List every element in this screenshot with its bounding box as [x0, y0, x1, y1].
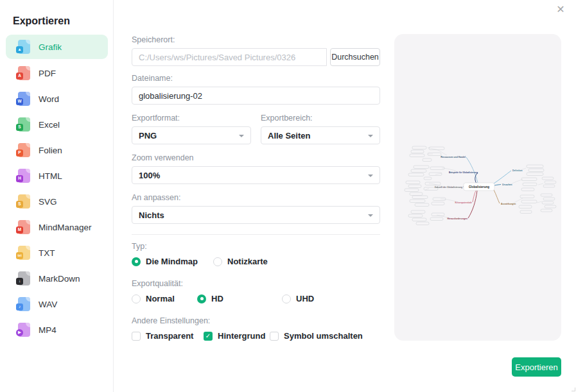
html-file-icon: H [18, 169, 30, 183]
zoom-select[interactable]: 100% [132, 166, 380, 184]
other-settings-label: Andere Einstellungen: [132, 316, 380, 325]
dialog-title: Exportieren [13, 15, 70, 27]
mindmanager-file-icon: M [18, 220, 30, 234]
radio-uhd[interactable]: UHD [282, 294, 314, 303]
mindmap-center-label: Globalisierung [469, 185, 489, 189]
sidebar-item-excel[interactable]: S Excel [0, 112, 114, 137]
export-range-label: Exportbereich: [261, 114, 380, 123]
export-quality-label: Exportqualität: [132, 279, 380, 288]
sidebar-item-mindmanager[interactable]: M MindManager [0, 214, 114, 240]
type-label: Typ: [132, 242, 380, 251]
chevron-down-icon [368, 175, 373, 177]
export-format-sidebar: Exportieren ▲ Grafik A PDF W Word S Exce… [0, 0, 114, 392]
sidebar-item-grafik[interactable]: ▲ Grafik [6, 35, 108, 59]
mindmap-branch: Definition [512, 169, 523, 172]
sidebar-item-folien[interactable]: P Folien [0, 137, 114, 163]
filename-input[interactable]: globalisierung-02 [132, 87, 380, 105]
radio-off-icon [132, 294, 141, 303]
zoom-label: Zoom verwenden [132, 153, 380, 162]
image-file-icon: ▲ [18, 40, 30, 54]
browse-button[interactable]: Durchsuchen [330, 48, 380, 66]
export-format-label: Exportformat: [132, 114, 251, 123]
slides-file-icon: P [18, 143, 30, 157]
chevron-down-icon [368, 214, 373, 217]
chevron-down-icon [368, 135, 373, 137]
sidebar-item-markdown[interactable]: ↓ MarkDown [0, 266, 114, 291]
sidebar-item-svg[interactable]: S SVG [0, 189, 114, 214]
sidebar-item-word[interactable]: W Word [0, 86, 114, 112]
word-file-icon: W [18, 92, 30, 106]
export-format-select[interactable]: PNG [132, 126, 251, 144]
format-list: ▲ Grafik A PDF W Word S Excel P Folien H… [0, 35, 114, 343]
markdown-file-icon: ↓ [18, 271, 30, 285]
radio-normal[interactable]: Normal [132, 294, 197, 303]
radio-off-icon [213, 257, 222, 266]
mp4-file-icon: ▶ [18, 323, 30, 337]
fit-to-label: An anpassen: [132, 193, 380, 202]
radio-off-icon [282, 294, 291, 303]
mindmap-branch: Ressourcen und Handel [441, 156, 466, 158]
save-location-input[interactable]: C:/Users/ws/Pictures/Saved Pictures/0326 [132, 48, 327, 66]
checkbox-off-icon [132, 332, 141, 341]
filename-label: Dateiname: [132, 74, 380, 83]
checkbox-symbol-umschalten[interactable]: Symbol umschalten [270, 331, 363, 341]
chevron-down-icon [239, 135, 244, 137]
sidebar-item-txt[interactable]: txt TXT [0, 240, 114, 266]
export-range-select[interactable]: Alle Seiten [261, 126, 380, 144]
sidebar-item-mp4[interactable]: ▶ MP4 [0, 317, 114, 343]
export-preview-panel: Ressourcen und Handel Beispiele für Glob… [394, 34, 561, 341]
mindmap-branch: Auswirkungen [501, 203, 516, 205]
sidebar-item-pdf[interactable]: A PDF [0, 60, 114, 86]
form-divider [132, 234, 380, 235]
mindmap-preview: Ressourcen und Handel Beispiele für Glob… [394, 145, 561, 230]
wav-file-icon: ♪ [18, 297, 30, 311]
fit-to-select[interactable]: Nichts [132, 206, 380, 224]
mindmap-branch: Beispiele für Globalisierung [449, 171, 478, 174]
checkbox-hintergrund[interactable]: ✓ Hintergrund [204, 331, 270, 341]
radio-on-icon [197, 294, 206, 303]
txt-file-icon: txt [18, 246, 30, 260]
checkbox-on-icon: ✓ [204, 332, 213, 341]
mindmap-branch: Krisenpotentiale [455, 201, 472, 204]
mindmap-branch: Zukunft der Globalisierung [435, 186, 462, 189]
checkbox-off-icon [270, 332, 279, 341]
svg-file-icon: S [18, 194, 30, 209]
radio-notizkarte[interactable]: Notizkarte [213, 257, 268, 266]
sidebar-item-wav[interactable]: ♪ WAV [0, 291, 114, 317]
mindmap-branch: Herausforderungen [448, 217, 467, 220]
radio-hd[interactable]: HD [197, 294, 282, 303]
radio-die-mindmap[interactable]: Die Mindmap [132, 257, 213, 266]
radio-on-icon [132, 257, 141, 266]
close-icon[interactable]: ✕ [554, 3, 567, 16]
mindmap-branch: Ursachen [502, 183, 512, 186]
export-settings-form: Speicherort: C:/Users/ws/Pictures/Saved … [132, 35, 380, 341]
pdf-file-icon: A [18, 66, 30, 80]
checkbox-transparent[interactable]: Transparent [132, 331, 204, 341]
resize-grip[interactable] [572, 388, 575, 391]
excel-file-icon: S [18, 117, 30, 132]
export-button[interactable]: Exportieren [512, 357, 561, 377]
save-location-label: Speicherort: [132, 35, 380, 44]
sidebar-item-html[interactable]: H HTML [0, 163, 114, 189]
